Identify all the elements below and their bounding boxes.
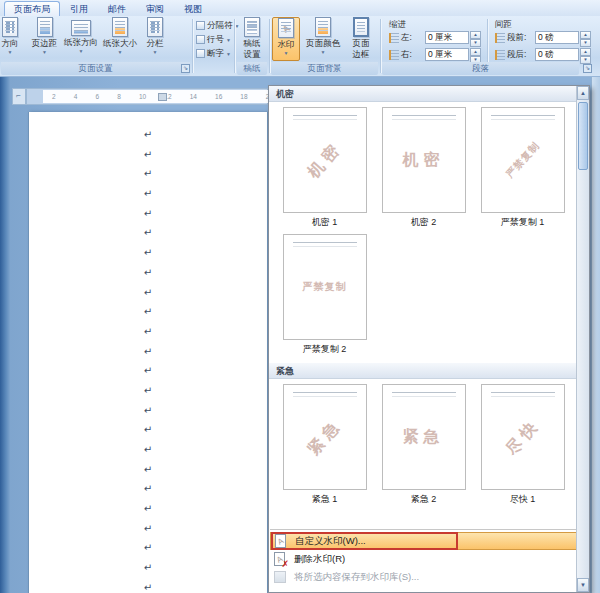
paragraph-mark: ↵: [29, 164, 267, 184]
orientation-icon: [71, 20, 91, 36]
columns-icon: [147, 17, 163, 37]
save-selection-menu-item: 将所选内容保存到水印库(S)...: [270, 568, 588, 586]
chevron-down-icon: ▼: [79, 48, 84, 54]
indent-marker[interactable]: [158, 93, 167, 101]
watermark-icon: [278, 18, 294, 38]
watermark-option-label: 紧急 2: [411, 493, 437, 506]
page-color-button[interactable]: 页面颜色 ▼: [302, 17, 344, 61]
paragraph-mark: ↵: [29, 538, 267, 558]
paragraph-mark: ↵: [29, 184, 267, 204]
spacing-after-icon: [495, 50, 505, 60]
tab-page-layout[interactable]: 页面布局: [4, 1, 60, 16]
indent-right-input[interactable]: 0 厘米: [425, 48, 469, 61]
columns-button[interactable]: 分栏 ▼: [140, 17, 170, 61]
document-page[interactable]: ↵↵↵↵↵↵↵↵↵↵↵↵↵↵↵↵↵↵↵↵↵↵↵↵: [28, 112, 268, 593]
chevron-down-icon: ▼: [8, 49, 13, 55]
manuscript-setup-label: 稿纸: [244, 39, 261, 48]
spin-down-icon[interactable]: ▼: [580, 39, 591, 47]
chevron-down-icon: ▼: [226, 51, 231, 57]
paragraph-mark: ↵: [29, 125, 267, 145]
ruler-tab-selector[interactable]: [12, 88, 26, 105]
spin-down-icon[interactable]: ▼: [580, 56, 591, 64]
scrollbar-thumb[interactable]: [578, 102, 588, 170]
vertical-scrollbar[interactable]: [591, 77, 600, 593]
page-borders-label: 页面: [353, 39, 370, 48]
tab-review[interactable]: 审阅: [136, 1, 174, 16]
spacing-after-stepper[interactable]: ▲▼: [580, 48, 591, 62]
margins-button[interactable]: 页边距 ▼: [28, 17, 61, 61]
group-label-page-background: 页面背景: [271, 62, 378, 75]
hyphenation-button[interactable]: 断字 ▼: [196, 47, 233, 60]
manuscript-setup-label2: 设置: [244, 50, 261, 59]
watermark-option-yanjinfuzhi-1[interactable]: 严禁复制 严禁复制 1: [473, 107, 572, 229]
watermark-option-label: 严禁复制 2: [303, 343, 347, 356]
scroll-up-icon[interactable]: ▲: [577, 86, 589, 100]
spin-up-icon[interactable]: ▲: [580, 48, 591, 56]
watermark-label: 水印: [278, 40, 295, 49]
dialog-launcher-icon[interactable]: ⇘: [181, 64, 190, 73]
watermark-option-label: 紧急 1: [312, 493, 338, 506]
orientation-label: 纸张方向: [64, 38, 98, 47]
watermark-option-jinji-1[interactable]: 紧急 紧急 1: [275, 384, 374, 506]
group-paragraph: 缩进 左: 0 厘米 ▲▼ 右: 0 厘米 ▲▼ 间距 段前: 0 磅 ▲▼: [381, 16, 595, 76]
remove-watermark-menu-item[interactable]: ✗ 删除水印(R): [270, 550, 588, 568]
spin-up-icon[interactable]: ▲: [470, 31, 481, 39]
watermark-button[interactable]: 水印 ▼: [272, 17, 300, 61]
paragraph-mark: ↵: [29, 479, 267, 499]
size-button[interactable]: 纸张大小 ▼: [101, 17, 139, 61]
breaks-button[interactable]: 分隔符 ▼: [196, 19, 233, 32]
page-borders-button[interactable]: 页面 边框: [346, 17, 376, 61]
watermark-option-jinkuai-1[interactable]: 尽快 尽快 1: [473, 384, 572, 506]
gallery-menu: 自定义水印(W)... ✗ 删除水印(R) 将所选内容保存到水印库(S)...: [270, 529, 588, 586]
indent-left-input[interactable]: 0 厘米: [425, 31, 469, 44]
custom-watermark-label: 自定义水印(W)...: [295, 535, 366, 548]
scroll-down-icon[interactable]: ▼: [577, 578, 589, 592]
paragraph-mark: ↵: [29, 283, 267, 303]
indent-right-stepper[interactable]: ▲▼: [470, 48, 481, 62]
paragraph-mark: ↵: [29, 558, 267, 578]
ruler-mark: 16: [215, 93, 222, 100]
spacing-before-input[interactable]: 0 磅: [535, 31, 579, 44]
dialog-launcher-icon[interactable]: ⇘: [583, 64, 592, 73]
tab-references[interactable]: 引用: [60, 1, 98, 16]
watermark-option-yanjinfuzhi-2[interactable]: 严禁复制 严禁复制 2: [275, 234, 374, 356]
gallery-scrollbar[interactable]: ▲ ▼: [576, 86, 589, 592]
group-label-page-setup: 页面设置: [1, 62, 190, 75]
watermark-option-jimi-1[interactable]: 机密 机密 1: [275, 107, 374, 229]
watermark-preview-text: 严禁复制: [284, 235, 366, 339]
gallery-items-confidential: 机密 机密 1 机密 机密 2 严禁复制 严禁复制 1: [269, 102, 576, 363]
breaks-label: 分隔符: [207, 20, 233, 32]
spacing-before-stepper[interactable]: ▲▼: [580, 31, 591, 45]
line-numbers-button[interactable]: 行号 ▼: [196, 33, 233, 46]
page-borders-label2: 边框: [353, 50, 370, 59]
chevron-down-icon: ▼: [226, 37, 231, 43]
spin-up-icon[interactable]: ▲: [470, 48, 481, 56]
watermark-thumbnail: 紧急: [283, 384, 367, 490]
spacing-after-row: 段后: 0 磅 ▲▼: [495, 47, 591, 62]
tab-mailings[interactable]: 邮件: [98, 1, 136, 16]
margins-label: 页边距: [32, 39, 58, 48]
window-left-edge: [0, 77, 10, 593]
paragraph-mark: ↵: [29, 401, 267, 421]
columns-label: 分栏: [147, 39, 164, 48]
manuscript-setup-button[interactable]: 稿纸 设置: [237, 17, 267, 61]
hyphenation-label: 断字: [207, 48, 224, 60]
group-page-setup: 方向 ▼ 页边距 ▼ 纸张方向 ▼ 纸张大小 ▼ 分栏 ▼: [0, 16, 234, 76]
spacing-after-input[interactable]: 0 磅: [535, 48, 579, 61]
watermark-option-jimi-2[interactable]: 机密 机密 2: [374, 107, 473, 229]
tab-view[interactable]: 视图: [174, 1, 212, 16]
text-direction-button[interactable]: 方向 ▼: [0, 17, 26, 61]
spin-up-icon[interactable]: ▲: [580, 31, 591, 39]
watermark-thumbnail: 尽快: [481, 384, 565, 490]
group-separator: [234, 19, 235, 73]
indent-left-stepper[interactable]: ▲▼: [470, 31, 481, 45]
custom-watermark-menu-item[interactable]: 自定义水印(W)...: [270, 532, 588, 550]
paragraph-mark: ↵: [29, 263, 267, 283]
watermark-preview-text: 紧急: [283, 384, 367, 490]
spin-down-icon[interactable]: ▼: [470, 39, 481, 47]
hyphenation-icon: [196, 49, 205, 58]
watermark-option-jinji-2[interactable]: 紧急 紧急 2: [374, 384, 473, 506]
orientation-button[interactable]: 纸张方向 ▼: [62, 17, 100, 61]
save-selection-label: 将所选内容保存到水印库(S)...: [294, 571, 419, 584]
watermark-option-label: 机密 2: [411, 216, 437, 229]
